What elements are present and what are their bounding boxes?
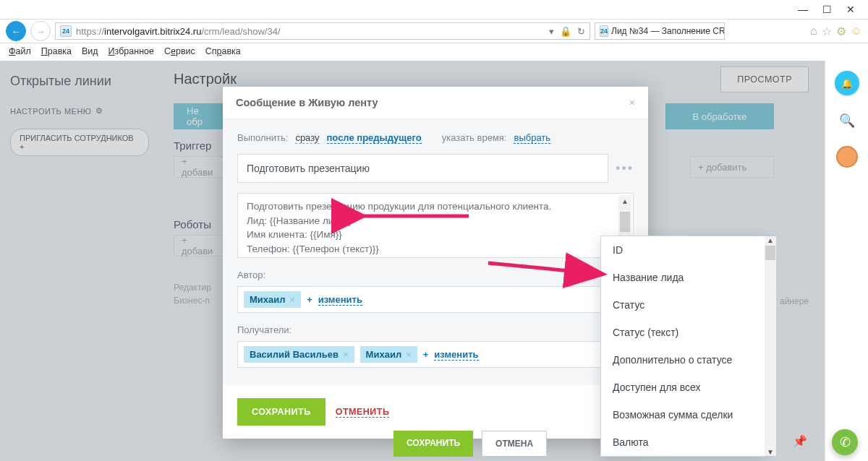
dropdown-scrollbar[interactable]: ▲▼ <box>765 236 776 456</box>
exec-label: Выполнить: <box>237 132 288 143</box>
site-favicon: 24 <box>60 25 72 37</box>
recipient-chip-1[interactable]: Василий Васильев× <box>244 346 354 363</box>
author-change[interactable]: изменить <box>318 294 362 306</box>
right-rail: 🔔 🔍 <box>825 61 868 461</box>
url-field[interactable]: 24 https://intervolgavirt.bitrix24.ru/cr… <box>55 22 590 40</box>
modal-close-icon[interactable]: × <box>629 97 635 108</box>
menu-fav[interactable]: Избранное <box>109 46 154 58</box>
dd-item-id[interactable]: ID <box>601 236 765 264</box>
star-icon[interactable]: ☆ <box>822 25 832 38</box>
dd-item-currency[interactable]: Валюта <box>601 428 765 456</box>
browser-tab[interactable]: 24 Лид №34 — Заполнение CR... × <box>595 22 725 40</box>
menu-view[interactable]: Вид <box>82 46 98 58</box>
menu-help[interactable]: Справка <box>205 46 241 58</box>
variables-dropdown: ID Название лида Статус Статус (текст) Д… <box>600 236 765 457</box>
subject-input[interactable] <box>237 154 608 183</box>
recipients-label: Получатели: <box>237 324 634 335</box>
home-icon[interactable]: ⌂ <box>810 25 817 38</box>
search-icon[interactable]: 🔍 <box>839 113 855 129</box>
dd-item-public[interactable]: Доступен для всех <box>601 374 765 401</box>
call-button[interactable]: ✆ <box>832 429 858 455</box>
chip-remove-icon[interactable]: × <box>343 349 349 360</box>
dd-item-status-text[interactable]: Статус (текст) <box>601 319 765 346</box>
pin-icon[interactable]: 📌 <box>793 434 807 448</box>
browser-menu: Файл Правка Вид Избранное Сервис Справка <box>0 43 868 61</box>
dropdown-icon[interactable]: ▾ <box>549 26 554 37</box>
refresh-icon[interactable]: ↻ <box>577 26 585 37</box>
menu-svc[interactable]: Сервис <box>164 46 195 58</box>
exec-after-prev[interactable]: после предыдущего <box>327 132 422 144</box>
recipients-change[interactable]: изменить <box>434 349 478 361</box>
recipients-field[interactable]: Василий Васильев× Михаил× + изменить <box>237 341 634 368</box>
window-minimize[interactable]: — <box>798 4 808 15</box>
author-field[interactable]: Михаил× + изменить <box>237 286 634 313</box>
message-textarea[interactable]: Подготовить презентацию продукции для по… <box>237 193 634 258</box>
window-close[interactable]: ✕ <box>846 4 855 15</box>
notifications-button[interactable]: 🔔 <box>835 71 859 95</box>
page-save-button[interactable]: СОХРАНИТЬ <box>393 431 473 457</box>
window-titlebar: — ☐ ✕ <box>0 0 868 19</box>
lock-icon: 🔒 <box>560 26 571 37</box>
tab-title: Лид №34 — Заполнение CR... <box>611 26 725 36</box>
exec-now[interactable]: сразу <box>295 132 319 144</box>
menu-file[interactable]: Файл <box>9 46 31 58</box>
modal-cancel-button[interactable]: ОТМЕНИТЬ <box>336 407 390 418</box>
dd-item-status-extra[interactable]: Дополнительно о статусе <box>601 346 765 374</box>
nav-back-button[interactable]: ← <box>6 21 26 41</box>
smile-icon[interactable]: ☺ <box>851 25 862 38</box>
menu-edit[interactable]: Правка <box>41 46 72 58</box>
time-select[interactable]: выбрать <box>514 132 550 144</box>
dd-item-amount[interactable]: Возможная сумма сделки <box>601 401 765 428</box>
recipient-chip-2[interactable]: Михаил× <box>360 346 417 363</box>
author-chip[interactable]: Михаил× <box>244 291 301 308</box>
time-label: указать время: <box>442 132 507 143</box>
modal-livefeed-message: Сообщение в Живую ленту × Выполнить: сра… <box>223 87 648 439</box>
chip-remove-icon[interactable]: × <box>290 294 296 305</box>
modal-save-button[interactable]: СОХРАНИТЬ <box>237 398 326 426</box>
browser-tray: ⌂ ☆ ⚙ ☺ <box>810 25 862 38</box>
window-maximize[interactable]: ☐ <box>822 4 832 15</box>
tab-favicon: 24 <box>600 25 608 37</box>
gear-icon[interactable]: ⚙ <box>836 25 846 38</box>
page-cancel-button[interactable]: ОТМЕНА <box>482 431 547 457</box>
dd-item-status[interactable]: Статус <box>601 291 765 319</box>
avatar[interactable] <box>836 146 858 168</box>
url-text: https://intervolgavirt.bitrix24.ru/crm/l… <box>76 26 545 37</box>
chip-remove-icon[interactable]: × <box>406 349 412 360</box>
modal-title: Сообщение в Живую ленту <box>236 97 378 108</box>
page-footer-actions: СОХРАНИТЬ ОТМЕНА <box>393 431 547 457</box>
author-label: Автор: <box>237 270 634 280</box>
nav-forward-button[interactable]: → <box>30 21 51 41</box>
dd-item-lead-name[interactable]: Название лида <box>601 264 765 291</box>
browser-address-bar: ← → 24 https://intervolgavirt.bitrix24.r… <box>0 19 868 43</box>
subject-menu-icon[interactable]: ••• <box>616 161 634 176</box>
